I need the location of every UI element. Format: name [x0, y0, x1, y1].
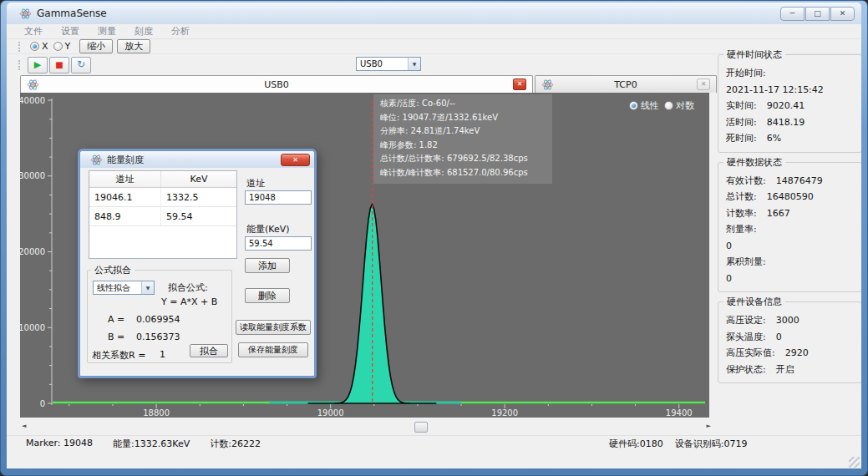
axis-radio-X[interactable]	[30, 42, 39, 51]
status-row: 有效计数:14876479	[726, 173, 854, 190]
dialog-title-bar[interactable]: 能量刻度 ✕	[80, 151, 314, 168]
status-energy: 能量:1332.63KeV	[113, 438, 190, 450]
peak-info-line: 核素/活度: Co-60/--	[380, 97, 546, 111]
y-tick-label: 40000	[20, 96, 45, 105]
stop-acquisition-button[interactable]: ■	[49, 57, 69, 73]
status-row-label: 探头温度:	[726, 329, 766, 346]
menu-item[interactable]: 设置	[52, 25, 89, 38]
chart-scrollbar[interactable]: ◄ ►	[20, 421, 713, 433]
title-bar[interactable]: GammaSense ─ □ ✕	[7, 3, 861, 24]
zoom-out-button[interactable]: 缩小	[79, 39, 113, 53]
window-controls: ─ □ ✕	[780, 7, 855, 21]
resize-grip[interactable]	[849, 457, 860, 468]
scale-radio-线性[interactable]	[629, 101, 638, 110]
menu-item[interactable]: 测量	[89, 25, 125, 38]
fit-type-select[interactable]: 线性拟合 ▼	[93, 281, 155, 295]
status-row-label: 高压设定:	[726, 312, 766, 329]
status-row-value: 0	[776, 329, 782, 346]
energy-input[interactable]	[245, 236, 312, 251]
peak-info-line: 分辨率: 24.81道/1.74keV	[380, 124, 546, 139]
status-row-label: 高压实际值:	[726, 345, 775, 362]
spectrum-peak[interactable]	[308, 205, 437, 403]
scale-radio-对数[interactable]	[664, 101, 673, 110]
save-calibration-button[interactable]: 保存能量刻度	[238, 342, 308, 357]
fit-button[interactable]: 拟合	[190, 344, 228, 357]
x-tick-label: 19200	[491, 408, 518, 418]
correlation-value: 1	[160, 349, 165, 360]
dialog-close-button[interactable]: ✕	[281, 154, 310, 166]
menu-item[interactable]: 刻度	[125, 25, 162, 38]
scrollbar-thumb[interactable]	[414, 422, 428, 433]
status-row: 实时间:9020.41	[726, 98, 854, 114]
status-row: 活时间:8418.19	[726, 114, 854, 131]
scale-radio-label: 线性	[641, 99, 659, 112]
y-tick-label: 0	[40, 399, 45, 408]
status-row-value: 8418.19	[767, 114, 805, 131]
scroll-left-icon[interactable]: ◄	[22, 423, 26, 429]
status-row-label: 2021-11-17 12:15:42	[726, 82, 824, 99]
hardware-status-sidebar: 硬件时间状态开始时间:2021-11-17 12:15:42实时间:9020.4…	[718, 54, 861, 392]
channel-field-label: 道址	[246, 177, 265, 190]
window-title: GammaSense	[37, 8, 107, 19]
energy-calibration-dialog[interactable]: 能量刻度 ✕ 道址 KeV 19046.11332.5848.959.54 道址…	[78, 149, 317, 378]
maximize-button[interactable]: □	[805, 7, 830, 21]
peak-info-line: 峰形参数: 1.82	[380, 139, 546, 153]
status-row-label: 开始时间:	[726, 65, 766, 82]
status-row: 0	[726, 271, 854, 287]
tab-close-icon[interactable]: ✕	[513, 78, 526, 90]
axis-radio-label: X	[42, 41, 48, 52]
zoom-in-button[interactable]: 放大	[117, 39, 150, 53]
app-logo-icon	[19, 8, 32, 20]
dialog-title: 能量刻度	[107, 154, 144, 166]
channel-input[interactable]	[245, 190, 312, 205]
read-coefficients-button[interactable]: 读取能量刻度系数	[236, 320, 311, 335]
status-row-label: 死时间:	[726, 130, 757, 147]
refresh-button[interactable]: ↻	[71, 57, 91, 73]
status-marker: Marker: 19048	[26, 438, 93, 450]
add-button[interactable]: 添加	[245, 258, 290, 273]
status-row-label: 0	[726, 238, 732, 255]
menu-item[interactable]: 分析	[162, 25, 199, 38]
status-row-label: 剂量率:	[726, 221, 757, 238]
menu-bar: 文件设置测量刻度分析	[7, 24, 861, 39]
status-row: 剂量率:	[726, 221, 854, 238]
scroll-right-icon[interactable]: ►	[707, 423, 711, 429]
status-panel: 硬件时间状态开始时间:2021-11-17 12:15:42实时间:9020.4…	[718, 54, 861, 153]
status-row: 总计数:16480590	[726, 189, 854, 205]
tab-tcp0[interactable]: TCP0 ✕	[535, 75, 717, 93]
tab-close-icon[interactable]: ✕	[697, 78, 710, 90]
status-bar: Marker: 19048 能量:1332.63KeV 计数:26222 硬件码…	[7, 435, 861, 452]
status-row: 高压设定:3000	[726, 312, 854, 329]
table-row[interactable]: 19046.11332.5	[89, 188, 236, 207]
status-row: 高压实际值:2920	[726, 345, 854, 362]
device-select[interactable]: USB0 ▼	[356, 57, 421, 71]
status-row: 保护状态:开启	[726, 362, 854, 378]
calibration-table[interactable]: 道址 KeV 19046.11332.5848.959.54	[89, 170, 237, 259]
axis-radio-Y[interactable]	[53, 42, 63, 51]
status-row: 累积剂量:	[726, 254, 854, 271]
tab-label: USB0	[21, 79, 532, 90]
status-panel: 硬件数据状态有效计数:14876479总计数:16480590计数率:1667剂…	[718, 162, 861, 293]
formula-fit-group: 公式拟合 线性拟合 ▼ 拟合公式: Y = A*X + B A = 0.0699…	[87, 270, 232, 363]
status-row-value: 1667	[767, 205, 790, 222]
menu-item[interactable]: 文件	[15, 25, 52, 38]
status-row-value: 开启	[776, 362, 794, 378]
chevron-down-icon: ▼	[408, 58, 420, 70]
minimize-button[interactable]: ─	[780, 7, 805, 21]
delete-button[interactable]: 删除	[245, 288, 290, 303]
formula-text: Y = A*X + B	[161, 296, 217, 307]
table-row[interactable]: 848.959.54	[89, 207, 236, 226]
table-cell: 59.54	[161, 207, 236, 225]
scale-radio-label: 对数	[676, 99, 694, 112]
toolbar-gripper	[18, 42, 21, 52]
axis-radio-label: Y	[65, 41, 71, 52]
energy-field-label: 能量(KeV)	[246, 223, 290, 235]
status-row-label: 累积剂量:	[726, 254, 766, 271]
tab-usb0[interactable]: USB0 ✕	[20, 75, 533, 93]
tab-label: TCP0	[536, 79, 716, 90]
coefficient-a-label: A =	[108, 314, 124, 325]
start-acquisition-button[interactable]: ▶	[28, 57, 48, 73]
status-row-value: 9020.41	[767, 98, 805, 114]
status-row-value: 3000	[776, 312, 799, 329]
close-button[interactable]: ✕	[830, 7, 855, 21]
